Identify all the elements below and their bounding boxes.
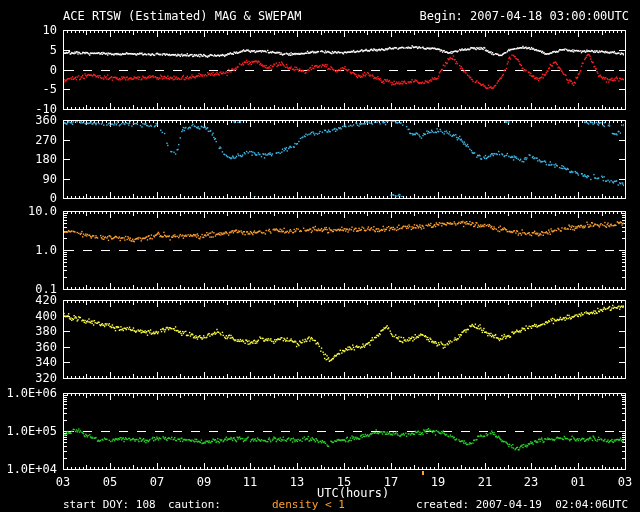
caution-label: caution: — [168, 499, 221, 511]
y-tick-label: 1.0E+05 — [1, 425, 57, 437]
caution-value: density < 1 — [272, 499, 345, 511]
x-tick-label: 05 — [95, 476, 125, 488]
y-tick-label: 5 — [1, 44, 57, 56]
y-tick-label: 340 — [1, 356, 57, 368]
x-tick-label: 09 — [189, 476, 219, 488]
created-timestamp: created: 2007-04-19 02:04:06UTC — [416, 499, 628, 511]
chart-canvas — [0, 0, 640, 512]
ace-rtsw-plot: ACE RTSW (Estimated) MAG & SWEPAM Begin:… — [0, 0, 640, 512]
x-tick-label: 21 — [470, 476, 500, 488]
y-tick-label: 400 — [1, 310, 57, 322]
y-tick-label: 0 — [1, 64, 57, 76]
y-tick-label: 360 — [1, 341, 57, 353]
x-tick-label: 01 — [563, 476, 593, 488]
y-tick-label: 380 — [1, 325, 57, 337]
start-doy-label: start DOY: 108 — [63, 499, 156, 511]
y-tick-label: 1.0E+04 — [1, 463, 57, 475]
x-tick-label: 07 — [142, 476, 172, 488]
y-tick-label: 320 — [1, 372, 57, 384]
y-tick-label: 270 — [1, 134, 57, 146]
chart-title: ACE RTSW (Estimated) MAG & SWEPAM — [63, 10, 301, 22]
y-tick-label: -5 — [1, 83, 57, 95]
y-tick-label: 180 — [1, 153, 57, 165]
x-tick-label: 23 — [516, 476, 546, 488]
x-tick-label: 03 — [610, 476, 640, 488]
y-tick-label: 10 — [1, 24, 57, 36]
y-tick-label: 10.0 — [1, 205, 57, 217]
begin-timestamp: Begin: 2007-04-18 03:00:00UTC — [419, 10, 629, 22]
y-tick-label: 420 — [1, 294, 57, 306]
y-tick-label: 1.0E+06 — [1, 387, 57, 399]
x-tick-label: 11 — [235, 476, 265, 488]
x-tick-label: 13 — [282, 476, 312, 488]
y-tick-label: 90 — [1, 173, 57, 185]
x-tick-label: 03 — [48, 476, 78, 488]
y-tick-label: 0 — [1, 192, 57, 204]
y-tick-label: 360 — [1, 114, 57, 126]
y-tick-label: 1.0 — [1, 244, 57, 256]
x-tick-label: 19 — [423, 476, 453, 488]
